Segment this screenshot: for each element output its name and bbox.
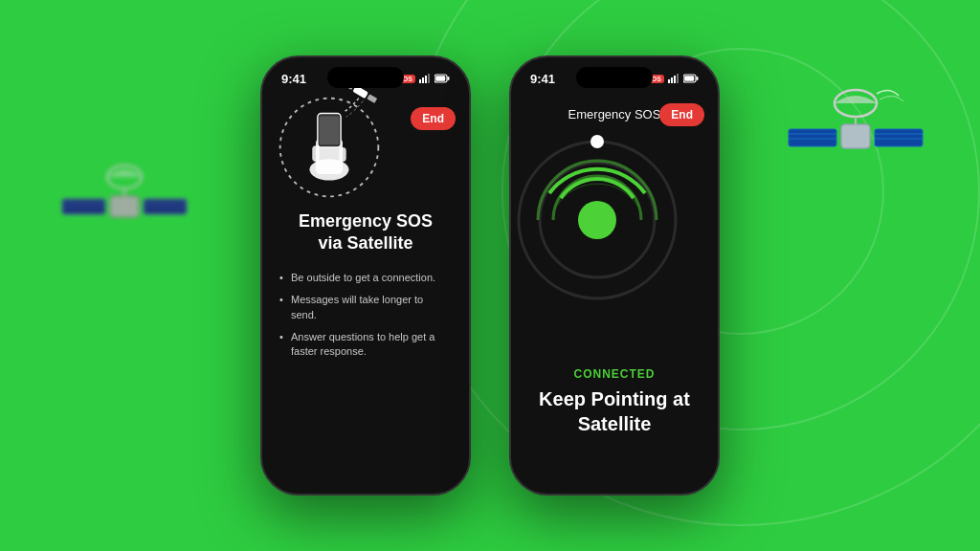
svg-rect-0 xyxy=(110,196,139,217)
svg-rect-28 xyxy=(312,145,319,162)
svg-rect-19 xyxy=(422,77,424,83)
battery-icon-2 xyxy=(683,74,699,83)
svg-rect-10 xyxy=(789,129,836,146)
svg-rect-13 xyxy=(875,129,923,146)
time-2: 9:41 xyxy=(530,72,555,86)
svg-rect-38 xyxy=(677,74,679,83)
time-1: 9:41 xyxy=(281,72,306,86)
end-button-1[interactable]: End xyxy=(411,107,456,130)
svg-rect-31 xyxy=(320,116,340,144)
svg-rect-23 xyxy=(448,77,450,80)
svg-rect-37 xyxy=(674,76,676,83)
dynamic-island-1 xyxy=(327,67,404,88)
main-scene: 9:41 SOS End xyxy=(0,0,980,551)
signal-svg xyxy=(511,134,683,306)
phone-2: 9:41 SOS Emergency SOS End xyxy=(509,55,720,496)
svg-rect-35 xyxy=(668,79,670,83)
svg-point-45 xyxy=(590,135,604,148)
signal-icon-1 xyxy=(419,74,431,83)
svg-rect-9 xyxy=(841,124,870,148)
bullet-3: Answer questions to help get a faster re… xyxy=(279,330,452,360)
battery-icon-1 xyxy=(434,74,450,83)
svg-rect-18 xyxy=(419,79,421,83)
svg-rect-21 xyxy=(428,74,430,83)
signal-visualizer xyxy=(511,134,683,306)
phone1-text-content: Emergency SOS via Satellite Be outside t… xyxy=(262,210,469,360)
phone2-screen: CONNECTED Keep Pointing at Satellite xyxy=(511,134,718,306)
signal-icon-2 xyxy=(668,74,679,83)
svg-rect-20 xyxy=(425,76,427,83)
end-button-2[interactable]: End xyxy=(659,103,704,126)
phone-1: 9:41 SOS End xyxy=(260,55,471,496)
svg-point-44 xyxy=(578,201,616,239)
bullet-1: Be outside to get a connection. xyxy=(279,271,452,285)
satellite-left-decoration xyxy=(57,153,191,268)
phone2-header: Emergency SOS End xyxy=(511,107,718,121)
svg-rect-40 xyxy=(697,77,699,80)
phone1-title: Emergency SOS via Satellite xyxy=(279,210,452,255)
svg-rect-41 xyxy=(684,76,694,81)
keep-pointing-label: Keep Pointing at Satellite xyxy=(526,386,702,436)
phone1-bullets: Be outside to get a connection. Messages… xyxy=(279,271,452,360)
emergency-sos-title: Emergency SOS xyxy=(568,107,661,121)
svg-rect-24 xyxy=(435,76,445,81)
connected-label: CONNECTED xyxy=(526,367,702,381)
satellite-right-decoration xyxy=(784,77,927,201)
svg-rect-36 xyxy=(671,77,673,83)
phone2-bottom-text: CONNECTED Keep Pointing at Satellite xyxy=(511,367,718,436)
dynamic-island-2 xyxy=(576,67,653,88)
bullet-2: Messages will take longer to send. xyxy=(279,293,452,322)
svg-rect-29 xyxy=(339,147,345,162)
